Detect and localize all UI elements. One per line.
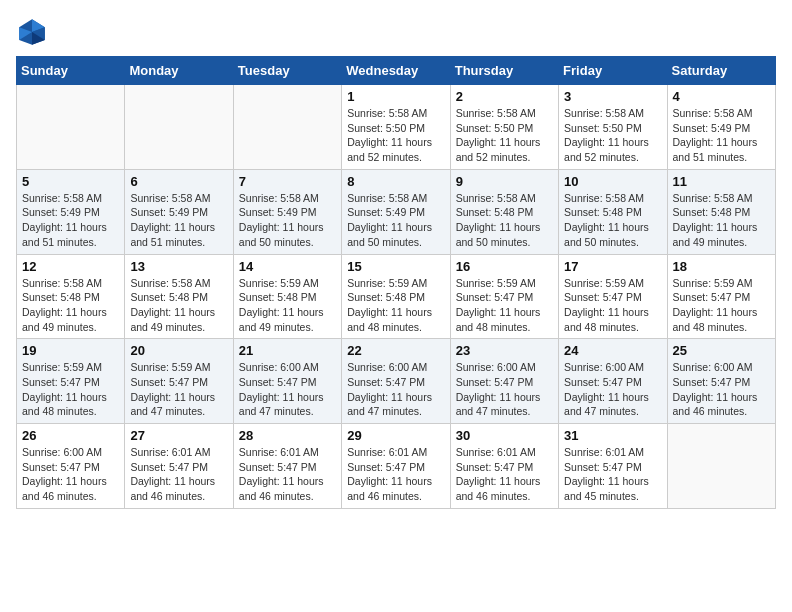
calendar-day-cell: 24Sunrise: 6:00 AM Sunset: 5:47 PM Dayli…	[559, 339, 667, 424]
calendar-day-cell: 11Sunrise: 5:58 AM Sunset: 5:48 PM Dayli…	[667, 169, 775, 254]
day-detail: Sunrise: 5:58 AM Sunset: 5:48 PM Dayligh…	[456, 191, 553, 250]
calendar-day-cell: 4Sunrise: 5:58 AM Sunset: 5:49 PM Daylig…	[667, 85, 775, 170]
calendar-day-cell: 23Sunrise: 6:00 AM Sunset: 5:47 PM Dayli…	[450, 339, 558, 424]
day-detail: Sunrise: 5:58 AM Sunset: 5:48 PM Dayligh…	[564, 191, 661, 250]
day-detail: Sunrise: 6:00 AM Sunset: 5:47 PM Dayligh…	[673, 360, 770, 419]
calendar-day-cell: 2Sunrise: 5:58 AM Sunset: 5:50 PM Daylig…	[450, 85, 558, 170]
calendar-week-row: 19Sunrise: 5:59 AM Sunset: 5:47 PM Dayli…	[17, 339, 776, 424]
day-detail: Sunrise: 5:59 AM Sunset: 5:48 PM Dayligh…	[239, 276, 336, 335]
day-detail: Sunrise: 5:59 AM Sunset: 5:47 PM Dayligh…	[22, 360, 119, 419]
calendar-day-cell: 30Sunrise: 6:01 AM Sunset: 5:47 PM Dayli…	[450, 424, 558, 509]
calendar-day-cell: 26Sunrise: 6:00 AM Sunset: 5:47 PM Dayli…	[17, 424, 125, 509]
day-number: 26	[22, 428, 119, 443]
day-number: 18	[673, 259, 770, 274]
calendar-day-cell: 27Sunrise: 6:01 AM Sunset: 5:47 PM Dayli…	[125, 424, 233, 509]
day-number: 9	[456, 174, 553, 189]
calendar-day-cell	[233, 85, 341, 170]
column-header-thursday: Thursday	[450, 57, 558, 85]
day-detail: Sunrise: 5:58 AM Sunset: 5:49 PM Dayligh…	[239, 191, 336, 250]
day-number: 21	[239, 343, 336, 358]
day-detail: Sunrise: 5:59 AM Sunset: 5:47 PM Dayligh…	[130, 360, 227, 419]
day-detail: Sunrise: 5:59 AM Sunset: 5:47 PM Dayligh…	[456, 276, 553, 335]
day-number: 23	[456, 343, 553, 358]
calendar-day-cell: 9Sunrise: 5:58 AM Sunset: 5:48 PM Daylig…	[450, 169, 558, 254]
calendar-day-cell: 7Sunrise: 5:58 AM Sunset: 5:49 PM Daylig…	[233, 169, 341, 254]
day-detail: Sunrise: 6:00 AM Sunset: 5:47 PM Dayligh…	[239, 360, 336, 419]
calendar-day-cell: 14Sunrise: 5:59 AM Sunset: 5:48 PM Dayli…	[233, 254, 341, 339]
calendar-day-cell: 17Sunrise: 5:59 AM Sunset: 5:47 PM Dayli…	[559, 254, 667, 339]
day-number: 2	[456, 89, 553, 104]
day-number: 6	[130, 174, 227, 189]
day-detail: Sunrise: 5:58 AM Sunset: 5:50 PM Dayligh…	[347, 106, 444, 165]
calendar-day-cell: 18Sunrise: 5:59 AM Sunset: 5:47 PM Dayli…	[667, 254, 775, 339]
day-number: 10	[564, 174, 661, 189]
day-detail: Sunrise: 5:58 AM Sunset: 5:48 PM Dayligh…	[673, 191, 770, 250]
day-number: 30	[456, 428, 553, 443]
day-number: 25	[673, 343, 770, 358]
calendar-table: SundayMondayTuesdayWednesdayThursdayFrid…	[16, 56, 776, 509]
day-detail: Sunrise: 6:00 AM Sunset: 5:47 PM Dayligh…	[22, 445, 119, 504]
calendar-day-cell: 5Sunrise: 5:58 AM Sunset: 5:49 PM Daylig…	[17, 169, 125, 254]
calendar-day-cell	[667, 424, 775, 509]
calendar-day-cell: 16Sunrise: 5:59 AM Sunset: 5:47 PM Dayli…	[450, 254, 558, 339]
day-detail: Sunrise: 6:01 AM Sunset: 5:47 PM Dayligh…	[239, 445, 336, 504]
calendar-week-row: 5Sunrise: 5:58 AM Sunset: 5:49 PM Daylig…	[17, 169, 776, 254]
day-number: 13	[130, 259, 227, 274]
day-number: 12	[22, 259, 119, 274]
calendar-day-cell: 22Sunrise: 6:00 AM Sunset: 5:47 PM Dayli…	[342, 339, 450, 424]
day-detail: Sunrise: 5:59 AM Sunset: 5:47 PM Dayligh…	[673, 276, 770, 335]
calendar-day-cell: 12Sunrise: 5:58 AM Sunset: 5:48 PM Dayli…	[17, 254, 125, 339]
calendar-day-cell: 31Sunrise: 6:01 AM Sunset: 5:47 PM Dayli…	[559, 424, 667, 509]
day-number: 19	[22, 343, 119, 358]
calendar-day-cell	[125, 85, 233, 170]
calendar-day-cell: 3Sunrise: 5:58 AM Sunset: 5:50 PM Daylig…	[559, 85, 667, 170]
calendar-day-cell: 19Sunrise: 5:59 AM Sunset: 5:47 PM Dayli…	[17, 339, 125, 424]
day-detail: Sunrise: 5:59 AM Sunset: 5:47 PM Dayligh…	[564, 276, 661, 335]
day-number: 27	[130, 428, 227, 443]
calendar-day-cell: 13Sunrise: 5:58 AM Sunset: 5:48 PM Dayli…	[125, 254, 233, 339]
calendar-week-row: 12Sunrise: 5:58 AM Sunset: 5:48 PM Dayli…	[17, 254, 776, 339]
logo-icon	[16, 16, 48, 48]
day-detail: Sunrise: 6:01 AM Sunset: 5:47 PM Dayligh…	[347, 445, 444, 504]
calendar-week-row: 26Sunrise: 6:00 AM Sunset: 5:47 PM Dayli…	[17, 424, 776, 509]
day-detail: Sunrise: 5:58 AM Sunset: 5:48 PM Dayligh…	[22, 276, 119, 335]
day-number: 17	[564, 259, 661, 274]
day-detail: Sunrise: 6:01 AM Sunset: 5:47 PM Dayligh…	[564, 445, 661, 504]
day-number: 16	[456, 259, 553, 274]
day-detail: Sunrise: 6:01 AM Sunset: 5:47 PM Dayligh…	[130, 445, 227, 504]
calendar-day-cell: 15Sunrise: 5:59 AM Sunset: 5:48 PM Dayli…	[342, 254, 450, 339]
day-detail: Sunrise: 5:58 AM Sunset: 5:49 PM Dayligh…	[673, 106, 770, 165]
day-number: 5	[22, 174, 119, 189]
day-number: 24	[564, 343, 661, 358]
column-header-monday: Monday	[125, 57, 233, 85]
calendar-day-cell: 29Sunrise: 6:01 AM Sunset: 5:47 PM Dayli…	[342, 424, 450, 509]
day-detail: Sunrise: 6:01 AM Sunset: 5:47 PM Dayligh…	[456, 445, 553, 504]
column-header-saturday: Saturday	[667, 57, 775, 85]
column-header-tuesday: Tuesday	[233, 57, 341, 85]
page-header	[16, 16, 776, 48]
day-detail: Sunrise: 6:00 AM Sunset: 5:47 PM Dayligh…	[347, 360, 444, 419]
day-detail: Sunrise: 5:58 AM Sunset: 5:49 PM Dayligh…	[347, 191, 444, 250]
day-number: 22	[347, 343, 444, 358]
day-number: 15	[347, 259, 444, 274]
day-number: 7	[239, 174, 336, 189]
calendar-day-cell: 10Sunrise: 5:58 AM Sunset: 5:48 PM Dayli…	[559, 169, 667, 254]
calendar-header-row: SundayMondayTuesdayWednesdayThursdayFrid…	[17, 57, 776, 85]
day-number: 14	[239, 259, 336, 274]
day-number: 3	[564, 89, 661, 104]
day-detail: Sunrise: 5:58 AM Sunset: 5:48 PM Dayligh…	[130, 276, 227, 335]
day-number: 11	[673, 174, 770, 189]
day-number: 31	[564, 428, 661, 443]
day-detail: Sunrise: 5:58 AM Sunset: 5:49 PM Dayligh…	[22, 191, 119, 250]
calendar-day-cell: 8Sunrise: 5:58 AM Sunset: 5:49 PM Daylig…	[342, 169, 450, 254]
day-detail: Sunrise: 5:59 AM Sunset: 5:48 PM Dayligh…	[347, 276, 444, 335]
day-detail: Sunrise: 6:00 AM Sunset: 5:47 PM Dayligh…	[564, 360, 661, 419]
day-number: 1	[347, 89, 444, 104]
column-header-wednesday: Wednesday	[342, 57, 450, 85]
day-number: 28	[239, 428, 336, 443]
day-number: 29	[347, 428, 444, 443]
column-header-friday: Friday	[559, 57, 667, 85]
calendar-week-row: 1Sunrise: 5:58 AM Sunset: 5:50 PM Daylig…	[17, 85, 776, 170]
day-detail: Sunrise: 5:58 AM Sunset: 5:49 PM Dayligh…	[130, 191, 227, 250]
day-detail: Sunrise: 5:58 AM Sunset: 5:50 PM Dayligh…	[456, 106, 553, 165]
